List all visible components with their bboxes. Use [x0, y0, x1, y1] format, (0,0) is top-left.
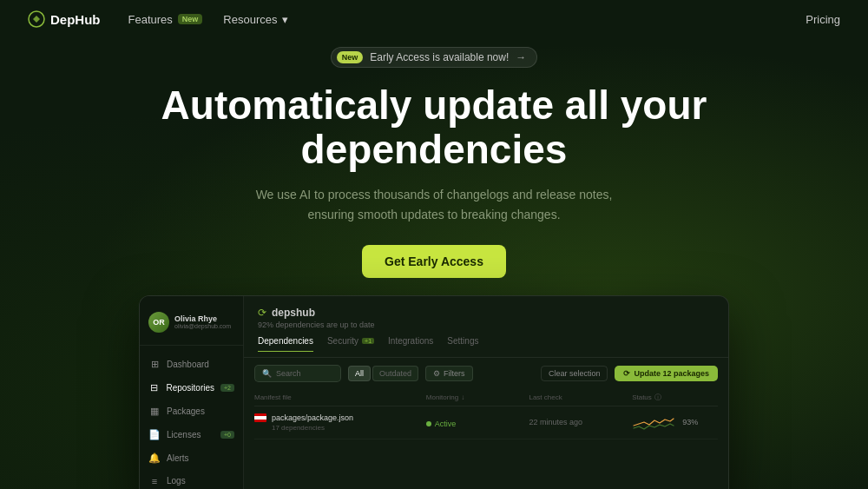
sidebar-item-label: Logs	[167, 476, 186, 486]
hero-subtitle: We use AI to process thousands of change…	[252, 185, 616, 224]
sidebar-item-dashboard[interactable]: ⊞ Dashboard	[140, 353, 243, 376]
filter-outdated-button[interactable]: Outdated	[372, 366, 418, 381]
hero-section: New Early Access is available now! → Aut…	[0, 38, 868, 295]
page-content: DepHub Features New Resources ▾ Pricing …	[0, 0, 868, 489]
licenses-icon: 📄	[148, 429, 161, 440]
hero-title: Automaticaly update all your dependencie…	[95, 83, 773, 171]
announcement-badge[interactable]: New Early Access is available now! →	[331, 47, 538, 68]
manifest-cell: packages/package.json 17 dependencies	[254, 413, 426, 432]
col-header-lastcheck: Last check	[529, 393, 632, 402]
logs-icon: ≡	[148, 476, 161, 486]
packages-icon: ▦	[148, 406, 161, 417]
data-table: Manifest file Monitoring ↓ Last check St…	[254, 389, 718, 439]
sidebar-item-packages[interactable]: ▦ Packages	[140, 400, 243, 423]
search-box[interactable]: 🔍 Search	[254, 365, 341, 382]
main-tabs: Dependencies Security +1 Integrations Se…	[258, 336, 714, 352]
lastcheck-cell: 22 minutes ago	[529, 418, 632, 426]
nav-pricing[interactable]: Pricing	[806, 13, 840, 26]
tab-dependencies[interactable]: Dependencies	[258, 336, 313, 352]
sidebar: OR Olivia Rhye olivia@depshub.com ⊞ Dash…	[140, 296, 244, 489]
sidebar-user: OR Olivia Rhye olivia@depshub.com	[140, 307, 243, 346]
manifest-deps: 17 dependencies	[272, 424, 426, 432]
repositories-icon: ⊟	[148, 382, 160, 393]
search-icon: 🔍	[262, 369, 272, 378]
sparkline-chart	[632, 413, 675, 431]
manifest-name: packages/package.json	[272, 413, 353, 422]
sidebar-item-label: Packages	[167, 406, 205, 416]
cta-button[interactable]: Get Early Access	[362, 245, 506, 278]
dashboard-preview: OR Olivia Rhye olivia@depshub.com ⊞ Dash…	[139, 295, 729, 489]
update-packages-button[interactable]: ⟳ Update 12 packages	[615, 366, 718, 381]
col-header-status: Status ⓘ	[632, 393, 718, 402]
table-toolbar: 🔍 Search All Outdated ⚙ Filters Clear s	[254, 365, 718, 382]
user-email: olivia@depshub.com	[174, 323, 231, 329]
status-percentage: 93%	[682, 418, 698, 426]
col-header-monitoring: Monitoring ↓	[426, 393, 529, 402]
active-dot	[426, 421, 431, 426]
filter-all-button[interactable]: All	[348, 366, 371, 381]
tab-settings[interactable]: Settings	[447, 336, 478, 352]
sidebar-item-licenses[interactable]: 📄 Licenses +0	[140, 423, 243, 446]
nav-resources[interactable]: Resources ▾	[223, 13, 288, 26]
nav-features[interactable]: Features New	[128, 13, 203, 26]
logo-text: DepHub	[50, 12, 101, 27]
depshub-logo-row: ⟳ depshub	[258, 307, 714, 319]
table-area: 🔍 Search All Outdated ⚙ Filters Clear s	[244, 358, 728, 489]
navbar: DepHub Features New Resources ▾ Pricing	[0, 0, 868, 38]
table-row[interactable]: packages/package.json 17 dependencies Ac…	[254, 406, 718, 439]
repos-badge: +2	[220, 384, 234, 392]
user-info: Olivia Rhye olivia@depshub.com	[174, 314, 231, 329]
active-status: Active	[426, 420, 457, 428]
update-icon: ⟳	[623, 369, 630, 378]
dashboard-preview-wrapper: OR Olivia Rhye olivia@depshub.com ⊞ Dash…	[0, 295, 868, 489]
table-header: Manifest file Monitoring ↓ Last check St…	[254, 389, 718, 406]
sidebar-item-repositories[interactable]: ⊟ Repositories +2	[140, 376, 243, 400]
dashboard-icon: ⊞	[148, 359, 161, 370]
depshub-name: depshub	[272, 307, 315, 319]
filters-button[interactable]: ⚙ Filters	[425, 366, 473, 381]
alerts-icon: 🔔	[148, 453, 161, 464]
chevron-down-icon: ▾	[282, 13, 288, 26]
filter-icon: ⚙	[433, 369, 440, 378]
clear-selection-button[interactable]: Clear selection	[541, 366, 608, 381]
badge-arrow-icon: →	[516, 51, 526, 63]
sidebar-item-label: Licenses	[167, 430, 201, 439]
monitoring-cell: Active	[426, 414, 529, 430]
user-name: Olivia Rhye	[174, 314, 231, 323]
info-icon: ⓘ	[654, 393, 661, 402]
badge-new-label: New	[337, 51, 364, 63]
sidebar-item-logs[interactable]: ≡ Logs	[140, 470, 243, 489]
tab-integrations[interactable]: Integrations	[388, 336, 433, 352]
filter-btn-group: All Outdated	[348, 366, 418, 381]
depshub-icon: ⟳	[258, 307, 266, 319]
col-header-manifest: Manifest file	[254, 393, 426, 402]
sidebar-item-alerts[interactable]: 🔔 Alerts	[140, 446, 243, 470]
sidebar-item-label: Alerts	[167, 453, 189, 463]
sidebar-item-label: Repositories	[166, 383, 214, 393]
main-content: ⟳ depshub 92% dependencies are up to dat…	[244, 296, 728, 489]
badge-text: Early Access is available now!	[370, 51, 509, 63]
main-header: ⟳ depshub 92% dependencies are up to dat…	[244, 296, 728, 358]
flag-icon	[254, 413, 266, 422]
licenses-badge: +0	[220, 431, 234, 439]
logo-icon	[28, 10, 45, 28]
sidebar-item-label: Dashboard	[167, 360, 209, 369]
sort-icon: ↓	[461, 393, 464, 401]
logo[interactable]: DepHub	[28, 10, 101, 28]
search-placeholder: Search	[276, 369, 301, 378]
manifest-flag: packages/package.json	[254, 413, 426, 422]
tab-security[interactable]: Security +1	[327, 336, 374, 352]
status-cell: 93%	[632, 413, 718, 431]
nav-links: Features New Resources ▾ Pricing	[128, 13, 841, 26]
avatar: OR	[148, 312, 169, 333]
header-status: 92% dependencies are up to date	[258, 320, 714, 329]
